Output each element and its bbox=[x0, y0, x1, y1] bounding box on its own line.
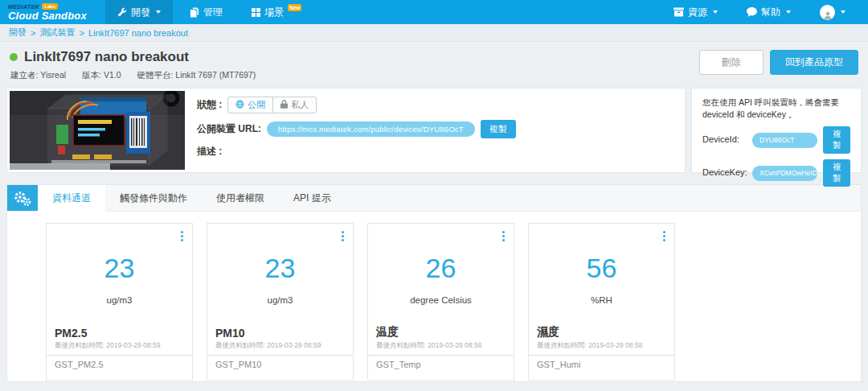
nav-item-develop[interactable]: 開發 bbox=[105, 0, 173, 24]
channel-timestamp: 最後資料點時間: 2019-03-29 08:58 bbox=[529, 340, 674, 355]
back-to-prototype-button[interactable]: 回到產品原型 bbox=[770, 50, 858, 75]
scene-grid-icon bbox=[252, 8, 260, 17]
timestamp-label: 最後資料點時間: bbox=[215, 341, 265, 349]
avatar bbox=[820, 5, 835, 20]
nav-item-help[interactable]: 幫助 bbox=[735, 0, 803, 24]
device-key-value: XCvnPDMOwHeIDNm0 bbox=[752, 166, 817, 180]
channel-card-pm25[interactable]: 23 ug/m3 PM2.5 最後資料點時間: 2019-03-29 08:59… bbox=[46, 223, 193, 381]
copy-device-key-button[interactable]: 複製 bbox=[823, 159, 850, 187]
breadcrumb-current[interactable]: LinkIt7697 nano breakout bbox=[88, 28, 188, 38]
public-url-value: https://mcs.mediatek.com/public/devices/… bbox=[267, 121, 475, 137]
chevron-down-icon bbox=[156, 10, 161, 14]
labs-badge: Labs bbox=[42, 3, 58, 10]
nav-item-label: 幫助 bbox=[761, 6, 780, 19]
breadcrumb-separator: > bbox=[31, 28, 35, 38]
navbar-right: 資源 幫助 bbox=[659, 0, 868, 24]
timestamp-label: 最後資料點時間: bbox=[537, 341, 587, 349]
nav-item-scene[interactable]: 場景 New bbox=[240, 0, 313, 24]
platform-label: 硬體平台: bbox=[137, 70, 174, 80]
tab-api-hints[interactable]: API 提示 bbox=[279, 185, 346, 211]
device-photo bbox=[10, 91, 185, 170]
chevron-down-icon bbox=[841, 10, 845, 14]
product-name: Cloud Sandbox bbox=[8, 10, 87, 21]
tab-user-permissions[interactable]: 使用者權限 bbox=[202, 185, 279, 211]
channel-id: GST_PM2.5 bbox=[47, 355, 192, 380]
nav-item-manage[interactable]: 管理 bbox=[178, 0, 235, 24]
channel-value: 23 bbox=[207, 253, 353, 284]
copy-url-button[interactable]: 複製 bbox=[481, 120, 516, 138]
device-id-label: DeviceId: bbox=[702, 134, 752, 146]
channel-timestamp: 最後資料點時間: 2019-03-29 08:56 bbox=[368, 340, 514, 355]
timestamp-label: 最後資料點時間: bbox=[55, 341, 104, 349]
kebab-menu-icon[interactable] bbox=[340, 229, 346, 243]
nav-item-resources[interactable]: 資源 bbox=[661, 0, 730, 24]
data-channels-panel: 23 ug/m3 PM2.5 最後資料點時間: 2019-03-29 08:59… bbox=[6, 212, 862, 382]
private-label: 私人 bbox=[291, 99, 309, 111]
new-badge: New bbox=[288, 4, 301, 11]
tab-data-channels[interactable]: 資料通道 bbox=[38, 185, 105, 212]
channel-card-pm10[interactable]: 23 ug/m3 PM10 最後資料點時間: 2019-03-29 08:59 … bbox=[207, 223, 354, 381]
copy-device-id-button[interactable]: 複製 bbox=[823, 126, 850, 154]
channel-name: PM10 bbox=[207, 327, 353, 340]
platform-value: LinkIt 7697 (MT7697) bbox=[175, 70, 256, 80]
user-menu[interactable] bbox=[808, 0, 858, 24]
public-toggle-button[interactable]: 公開 bbox=[228, 97, 273, 113]
timestamp-value: 2019-03-29 08:59 bbox=[267, 341, 321, 349]
channel-id: GST_Humi bbox=[529, 355, 674, 380]
chevron-down-icon bbox=[786, 10, 791, 14]
kebab-menu-icon[interactable] bbox=[501, 229, 506, 243]
kebab-menu-icon[interactable] bbox=[661, 229, 667, 243]
tab-strip: 資料通道 觸發條件與動作 使用者權限 API 提示 bbox=[6, 184, 862, 212]
manage-icon bbox=[190, 7, 199, 18]
api-credentials-panel: 您在使用 API 呼叫裝置時，將會需要 deviceId 和 deviceKey… bbox=[691, 88, 862, 173]
globe-icon bbox=[235, 100, 244, 110]
nav-item-label: 資源 bbox=[688, 6, 707, 19]
breadcrumb-test-devices[interactable]: 測試裝置 bbox=[39, 27, 75, 39]
channel-id: GST_Temp bbox=[368, 355, 514, 380]
nav-item-label: 開發 bbox=[131, 6, 150, 19]
breadcrumb: 開發 > 測試裝置 > LinkIt7697 nano breakout bbox=[0, 24, 868, 42]
device-id-value: DYU86OcT bbox=[752, 133, 817, 147]
lock-icon bbox=[280, 100, 288, 110]
wrench-icon bbox=[117, 7, 127, 17]
public-label: 公開 bbox=[248, 99, 265, 111]
gears-icon bbox=[7, 185, 38, 211]
device-info-panel: 狀態 : 公開 私人 bbox=[6, 88, 686, 173]
creator-value: Yisreal bbox=[40, 70, 66, 80]
help-chat-icon bbox=[747, 7, 757, 17]
channel-unit: %RH bbox=[529, 295, 674, 305]
creator-label: 建立者: bbox=[10, 70, 38, 80]
online-status-dot bbox=[10, 53, 18, 61]
status-label: 狀態 : bbox=[197, 98, 222, 112]
description-label: 描述 : bbox=[197, 145, 222, 158]
channel-card-temperature[interactable]: 26 degree Celsius 温度 最後資料點時間: 2019-03-29… bbox=[367, 223, 514, 381]
top-navbar: MEDIATEK Labs Cloud Sandbox 開發 管理 場景 New… bbox=[0, 0, 868, 24]
delete-button[interactable]: 刪除 bbox=[699, 50, 764, 75]
breadcrumb-develop[interactable]: 開發 bbox=[9, 27, 27, 39]
resource-box-icon bbox=[674, 7, 684, 17]
api-hint-text: 您在使用 API 呼叫裝置時，將會需要 deviceId 和 deviceKey… bbox=[702, 97, 850, 121]
timestamp-label: 最後資料點時間: bbox=[376, 341, 426, 349]
channel-card-humidity[interactable]: 56 %RH 濕度 最後資料點時間: 2019-03-29 08:58 GST_… bbox=[528, 223, 675, 381]
timestamp-value: 2019-03-29 08:56 bbox=[428, 341, 481, 349]
channel-timestamp: 最後資料點時間: 2019-03-29 08:59 bbox=[47, 340, 192, 355]
app-logo[interactable]: MEDIATEK Labs Cloud Sandbox bbox=[0, 0, 103, 24]
kebab-menu-icon[interactable] bbox=[179, 229, 185, 243]
tab-triggers-actions[interactable]: 觸發條件與動作 bbox=[105, 185, 202, 211]
channel-name: 温度 bbox=[368, 325, 514, 340]
private-toggle-button[interactable]: 私人 bbox=[273, 97, 316, 113]
timestamp-value: 2019-03-29 08:58 bbox=[588, 341, 642, 349]
channel-timestamp: 最後資料點時間: 2019-03-29 08:59 bbox=[207, 340, 353, 355]
device-key-label: DeviceKey: bbox=[702, 167, 752, 179]
version-value: V1.0 bbox=[104, 70, 121, 80]
channel-name: 濕度 bbox=[529, 325, 674, 340]
chevron-down-icon bbox=[713, 10, 718, 14]
channel-unit: ug/m3 bbox=[207, 295, 353, 305]
channel-unit: ug/m3 bbox=[47, 295, 192, 305]
visibility-toggle: 公開 私人 bbox=[227, 97, 317, 113]
channel-value: 23 bbox=[47, 253, 192, 284]
nav-item-label: 場景 bbox=[264, 6, 284, 19]
brand-name: MEDIATEK bbox=[8, 4, 39, 10]
timestamp-value: 2019-03-29 08:59 bbox=[106, 341, 160, 349]
channel-value: 26 bbox=[368, 253, 514, 284]
